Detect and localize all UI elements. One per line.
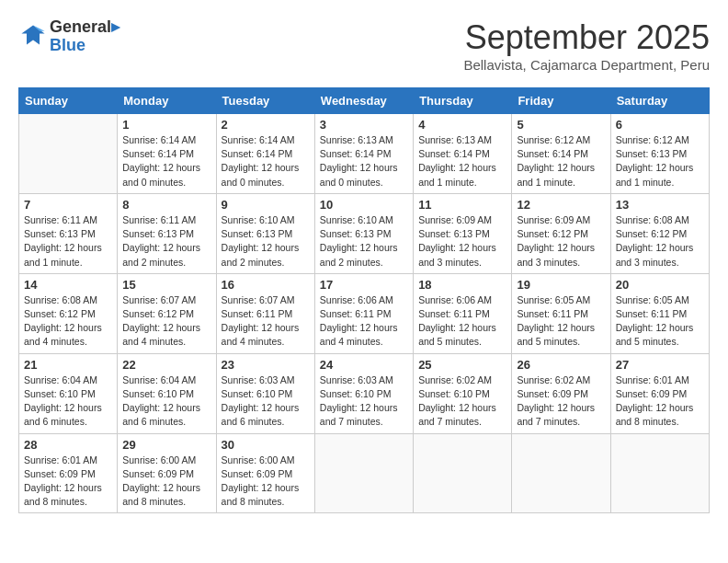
day-number: 30	[222, 438, 310, 452]
calendar-cell: 20Sunrise: 6:05 AMSunset: 6:11 PMDayligh…	[610, 273, 709, 353]
day-header-sunday: Sunday	[19, 88, 118, 114]
page-header: General▸ Blue September 2025 Bellavista,…	[18, 18, 710, 73]
calendar-cell: 7Sunrise: 6:11 AMSunset: 6:13 PMDaylight…	[19, 193, 118, 273]
day-info: Sunrise: 6:06 AMSunset: 6:11 PMDaylight:…	[418, 293, 506, 350]
calendar-cell: 2Sunrise: 6:14 AMSunset: 6:14 PMDaylight…	[216, 114, 314, 194]
day-number: 7	[24, 198, 112, 212]
day-number: 17	[320, 278, 408, 292]
day-info: Sunrise: 6:11 AMSunset: 6:13 PMDaylight:…	[122, 213, 210, 270]
calendar-cell: 25Sunrise: 6:02 AMSunset: 6:10 PMDayligh…	[414, 353, 512, 433]
day-info: Sunrise: 6:03 AMSunset: 6:10 PMDaylight:…	[222, 373, 310, 430]
day-info: Sunrise: 6:03 AMSunset: 6:10 PMDaylight:…	[320, 373, 408, 430]
calendar-cell: 15Sunrise: 6:07 AMSunset: 6:12 PMDayligh…	[118, 273, 216, 353]
day-info: Sunrise: 6:05 AMSunset: 6:11 PMDaylight:…	[517, 293, 605, 350]
day-info: Sunrise: 6:10 AMSunset: 6:13 PMDaylight:…	[320, 213, 408, 270]
calendar-header-row: SundayMondayTuesdayWednesdayThursdayFrid…	[19, 88, 710, 114]
calendar-week-row: 28Sunrise: 6:01 AMSunset: 6:09 PMDayligh…	[19, 433, 710, 513]
day-info: Sunrise: 6:08 AMSunset: 6:12 PMDaylight:…	[24, 293, 112, 350]
day-info: Sunrise: 6:01 AMSunset: 6:09 PMDaylight:…	[616, 373, 704, 430]
calendar-cell: 10Sunrise: 6:10 AMSunset: 6:13 PMDayligh…	[314, 193, 413, 273]
day-info: Sunrise: 6:09 AMSunset: 6:12 PMDaylight:…	[517, 213, 605, 270]
day-number: 14	[24, 278, 112, 292]
calendar-cell: 12Sunrise: 6:09 AMSunset: 6:12 PMDayligh…	[512, 193, 610, 273]
logo-text-blue: Blue	[50, 37, 119, 55]
day-number: 6	[616, 118, 704, 132]
day-number: 13	[616, 198, 704, 212]
day-header-friday: Friday	[512, 88, 610, 114]
day-info: Sunrise: 6:00 AMSunset: 6:09 PMDaylight:…	[122, 454, 210, 510]
day-number: 3	[320, 118, 408, 132]
day-header-monday: Monday	[118, 88, 216, 114]
calendar-cell: 16Sunrise: 6:07 AMSunset: 6:11 PMDayligh…	[216, 273, 314, 353]
calendar-week-row: 21Sunrise: 6:04 AMSunset: 6:10 PMDayligh…	[19, 353, 710, 433]
calendar-week-row: 14Sunrise: 6:08 AMSunset: 6:12 PMDayligh…	[19, 273, 710, 353]
calendar-cell: 1Sunrise: 6:14 AMSunset: 6:14 PMDaylight…	[118, 114, 216, 194]
day-info: Sunrise: 6:13 AMSunset: 6:14 PMDaylight:…	[320, 133, 408, 190]
calendar-table: SundayMondayTuesdayWednesdayThursdayFrid…	[18, 87, 710, 513]
title-block: September 2025 Bellavista, Cajamarca Dep…	[463, 18, 710, 73]
logo-text-general: General▸	[50, 18, 119, 37]
day-number: 16	[222, 278, 310, 292]
calendar-cell: 30Sunrise: 6:00 AMSunset: 6:09 PMDayligh…	[216, 433, 314, 513]
calendar-cell	[610, 433, 709, 513]
day-number: 11	[418, 198, 506, 212]
calendar-cell: 13Sunrise: 6:08 AMSunset: 6:12 PMDayligh…	[610, 193, 709, 273]
day-number: 15	[122, 278, 210, 292]
day-number: 9	[222, 198, 310, 212]
calendar-cell: 17Sunrise: 6:06 AMSunset: 6:11 PMDayligh…	[314, 273, 413, 353]
logo: General▸ Blue	[18, 18, 119, 55]
day-info: Sunrise: 6:12 AMSunset: 6:13 PMDaylight:…	[616, 133, 704, 190]
logo-arrow-icon: ▸	[111, 17, 119, 36]
calendar-week-row: 1Sunrise: 6:14 AMSunset: 6:14 PMDaylight…	[19, 114, 710, 194]
calendar-cell	[414, 433, 512, 513]
day-number: 5	[517, 118, 605, 132]
day-info: Sunrise: 6:01 AMSunset: 6:09 PMDaylight:…	[24, 454, 112, 510]
day-info: Sunrise: 6:02 AMSunset: 6:09 PMDaylight:…	[517, 373, 605, 430]
day-info: Sunrise: 6:02 AMSunset: 6:10 PMDaylight:…	[418, 373, 506, 430]
day-info: Sunrise: 6:14 AMSunset: 6:14 PMDaylight:…	[222, 133, 310, 190]
day-number: 10	[320, 198, 408, 212]
calendar-cell: 6Sunrise: 6:12 AMSunset: 6:13 PMDaylight…	[610, 114, 709, 194]
calendar-cell	[19, 114, 118, 194]
month-title: September 2025	[463, 18, 710, 57]
calendar-cell: 11Sunrise: 6:09 AMSunset: 6:13 PMDayligh…	[414, 193, 512, 273]
day-number: 21	[24, 358, 112, 372]
day-info: Sunrise: 6:05 AMSunset: 6:11 PMDaylight:…	[616, 293, 704, 350]
calendar-cell	[512, 433, 610, 513]
calendar-cell: 14Sunrise: 6:08 AMSunset: 6:12 PMDayligh…	[19, 273, 118, 353]
day-number: 23	[222, 358, 310, 372]
day-info: Sunrise: 6:12 AMSunset: 6:14 PMDaylight:…	[517, 133, 605, 190]
day-number: 22	[122, 358, 210, 372]
day-number: 12	[517, 198, 605, 212]
day-info: Sunrise: 6:07 AMSunset: 6:11 PMDaylight:…	[222, 293, 310, 350]
day-number: 28	[24, 438, 112, 452]
svg-marker-0	[21, 25, 44, 44]
calendar-cell: 8Sunrise: 6:11 AMSunset: 6:13 PMDaylight…	[118, 193, 216, 273]
day-info: Sunrise: 6:07 AMSunset: 6:12 PMDaylight:…	[122, 293, 210, 350]
day-number: 26	[517, 358, 605, 372]
calendar-cell: 19Sunrise: 6:05 AMSunset: 6:11 PMDayligh…	[512, 273, 610, 353]
day-info: Sunrise: 6:04 AMSunset: 6:10 PMDaylight:…	[122, 373, 210, 430]
day-info: Sunrise: 6:14 AMSunset: 6:14 PMDaylight:…	[122, 133, 210, 190]
day-info: Sunrise: 6:06 AMSunset: 6:11 PMDaylight:…	[320, 293, 408, 350]
logo-bird-icon	[20, 22, 46, 48]
day-number: 18	[418, 278, 506, 292]
day-number: 27	[616, 358, 704, 372]
calendar-cell: 28Sunrise: 6:01 AMSunset: 6:09 PMDayligh…	[19, 433, 118, 513]
day-number: 20	[616, 278, 704, 292]
calendar-cell: 21Sunrise: 6:04 AMSunset: 6:10 PMDayligh…	[19, 353, 118, 433]
calendar-cell: 4Sunrise: 6:13 AMSunset: 6:14 PMDaylight…	[414, 114, 512, 194]
calendar-cell: 26Sunrise: 6:02 AMSunset: 6:09 PMDayligh…	[512, 353, 610, 433]
day-header-tuesday: Tuesday	[216, 88, 314, 114]
day-info: Sunrise: 6:08 AMSunset: 6:12 PMDaylight:…	[616, 213, 704, 270]
day-info: Sunrise: 6:09 AMSunset: 6:13 PMDaylight:…	[418, 213, 506, 270]
calendar-cell	[314, 433, 413, 513]
day-number: 1	[122, 118, 210, 132]
day-info: Sunrise: 6:04 AMSunset: 6:10 PMDaylight:…	[24, 373, 112, 430]
day-info: Sunrise: 6:10 AMSunset: 6:13 PMDaylight:…	[222, 213, 310, 270]
day-number: 29	[122, 438, 210, 452]
calendar-cell: 22Sunrise: 6:04 AMSunset: 6:10 PMDayligh…	[118, 353, 216, 433]
day-header-thursday: Thursday	[414, 88, 512, 114]
calendar-cell: 24Sunrise: 6:03 AMSunset: 6:10 PMDayligh…	[314, 353, 413, 433]
day-number: 24	[320, 358, 408, 372]
